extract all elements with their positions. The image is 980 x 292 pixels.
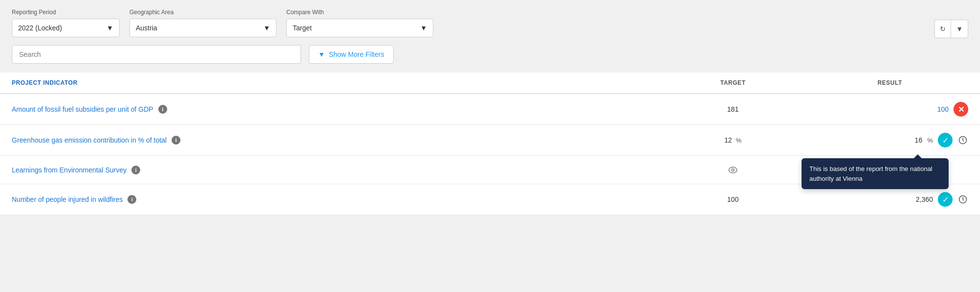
search-input[interactable]	[19, 50, 294, 58]
info-icon[interactable]: i	[127, 195, 136, 204]
result-cell: 2,360 ✓	[811, 192, 968, 207]
status-badge-green: ✓	[938, 133, 953, 147]
result-unit: %	[927, 137, 933, 144]
show-more-filters-button[interactable]: ▼ Show More Filters	[309, 45, 394, 64]
info-icon[interactable]: i	[131, 166, 140, 174]
search-input-wrap	[12, 45, 301, 64]
info-icon[interactable]: i	[172, 136, 180, 145]
target-value: 181	[727, 105, 738, 113]
indicator-link[interactable]: Number of people injured in wildfires	[12, 195, 123, 203]
reporting-period-dropdown[interactable]: 2022 (Locked) ▼	[12, 19, 120, 37]
target-cell: 12 %	[654, 136, 811, 144]
col-header-result: RESULT	[811, 79, 968, 86]
history-icon[interactable]	[957, 135, 968, 146]
indicator-cell: Learnings from Environmental Survey i	[12, 166, 654, 174]
indicator-link[interactable]: Amount of fossil fuel subsidies per unit…	[12, 105, 153, 113]
geographic-area-label: Geographic Area	[129, 9, 276, 16]
compare-with-label: Compare With	[286, 9, 433, 16]
table-row: Amount of fossil fuel subsidies per unit…	[0, 94, 980, 125]
filter-bar: Reporting Period 2022 (Locked) ▼ Geograp…	[0, 0, 980, 73]
compare-with-arrow-icon: ▼	[420, 24, 427, 32]
status-badge-green: ✓	[938, 192, 953, 207]
compare-with-group: Compare With Target ▼	[286, 9, 433, 37]
indicator-cell: Number of people injured in wildfires i	[12, 195, 654, 204]
result-value: 2,360	[916, 195, 933, 203]
svg-point-2	[732, 169, 734, 171]
history-icon[interactable]	[957, 194, 968, 205]
target-value: 100	[727, 195, 738, 203]
result-value: 100	[937, 105, 949, 113]
result-cell: 16 % ✓ This is based of the report from …	[811, 133, 968, 147]
target-cell: 181	[654, 105, 811, 113]
indicator-cell: Amount of fossil fuel subsidies per unit…	[12, 105, 654, 114]
target-value: 12	[724, 136, 732, 144]
geographic-area-dropdown[interactable]: Austria ▼	[129, 19, 276, 37]
reporting-period-value: 2022 (Locked)	[18, 24, 62, 32]
reporting-period-label: Reporting Period	[12, 9, 120, 16]
geographic-area-value: Austria	[136, 24, 157, 32]
col-header-indicator: PROJECT INDICATOR	[12, 79, 654, 86]
compare-with-dropdown[interactable]: Target ▼	[286, 19, 433, 37]
info-icon[interactable]: i	[158, 105, 167, 114]
compare-with-value: Target	[293, 24, 312, 32]
tooltip-text: This is based of the report from the nat…	[809, 165, 932, 182]
controls-right: ↻ ▼	[934, 9, 968, 38]
geographic-area-arrow-icon: ▼	[263, 24, 270, 32]
geographic-area-group: Geographic Area Austria ▼	[129, 9, 276, 37]
target-cell: 100	[654, 195, 811, 203]
table-container: PROJECT INDICATOR TARGET RESULT Amount o…	[0, 73, 980, 215]
refresh-button[interactable]: ↻	[934, 20, 951, 38]
indicator-cell: Greenhouse gas emission contribution in …	[12, 136, 654, 145]
table-row: Greenhouse gas emission contribution in …	[0, 125, 980, 156]
eye-icon	[728, 165, 738, 175]
result-cell: 100 ✕	[811, 102, 968, 117]
show-more-filters-label: Show More Filters	[329, 50, 384, 58]
status-badge-red: ✕	[954, 102, 968, 117]
svg-point-1	[729, 167, 737, 173]
tooltip-bubble: This is based of the report from the nat…	[802, 158, 949, 189]
reporting-period-arrow-icon: ▼	[106, 24, 113, 32]
more-options-button[interactable]: ▼	[951, 20, 968, 38]
indicator-link[interactable]: Greenhouse gas emission contribution in …	[12, 136, 167, 144]
main-table: PROJECT INDICATOR TARGET RESULT Amount o…	[0, 73, 980, 215]
reporting-period-group: Reporting Period 2022 (Locked) ▼	[12, 9, 120, 37]
target-unit: %	[736, 137, 742, 144]
col-header-target: TARGET	[654, 79, 811, 86]
result-value: 16	[915, 136, 923, 144]
target-cell	[654, 165, 811, 175]
filter-icon: ▼	[318, 50, 325, 58]
indicator-link[interactable]: Learnings from Environmental Survey	[12, 166, 126, 174]
table-header: PROJECT INDICATOR TARGET RESULT	[0, 73, 980, 94]
